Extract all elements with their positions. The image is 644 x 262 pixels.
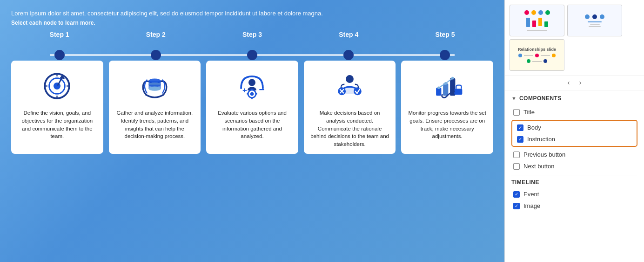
step-col-1: Step 1 (11, 31, 107, 42)
next-button-label: Next button (523, 163, 555, 170)
step-label-4: Step 4 (339, 31, 358, 38)
step-col-2: Step 2 (107, 31, 204, 42)
svg-point-33 (444, 82, 447, 85)
svg-rect-17 (252, 89, 253, 90)
lorem-text: Lorem ipsum dolor sit amet, consectetur … (11, 9, 493, 18)
thumb-nav: ‹ › (505, 76, 644, 90)
component-item-instruction[interactable]: Instruction (515, 133, 634, 145)
step-dot-3[interactable] (247, 50, 257, 60)
instruction-checkbox[interactable] (517, 136, 523, 143)
step-label-1: Step 1 (50, 31, 69, 38)
components-toggle[interactable]: ▼ (511, 96, 517, 101)
svg-text:+: + (242, 85, 247, 94)
section-divider (511, 175, 637, 175)
thumbnails-section: Relationships slide (505, 0, 644, 76)
image-checkbox[interactable] (513, 203, 520, 209)
card-text-2: Gather and analyze information. Identify… (114, 109, 195, 140)
timeline-wrapper: Step 1 Step 2 Step 3 Step 4 Step 5 (11, 31, 493, 42)
card-3[interactable]: + − Evaluate various options and scenari… (206, 61, 298, 153)
card-text-4: Make decisions based on analysis conduct… (309, 109, 390, 148)
section-header-components: ▼ COMPONENTS (511, 95, 637, 102)
component-item-next-button[interactable]: Next button (511, 160, 637, 172)
component-item-image[interactable]: Image (511, 200, 637, 212)
body-checkbox[interactable] (517, 124, 523, 131)
next-button-checkbox[interactable] (513, 163, 520, 170)
card-icon-3: + − (234, 67, 271, 104)
step-dot-2[interactable] (151, 50, 161, 60)
main-content-area: Lorem ipsum dolor sit amet, consectetur … (0, 0, 504, 262)
svg-rect-20 (255, 93, 257, 95)
step-label-2: Step 2 (146, 31, 166, 38)
dots-container (11, 50, 493, 60)
event-label: Event (523, 191, 539, 198)
step-dot-5[interactable] (440, 50, 450, 60)
timeline-dots-row (11, 49, 493, 61)
event-checkbox[interactable] (513, 191, 520, 198)
card-5[interactable]: Monitor progress towards the set goals. … (401, 61, 493, 153)
card-icon-4 (331, 67, 369, 104)
svg-point-13 (148, 86, 161, 90)
step-dot-1[interactable] (54, 50, 65, 60)
card-icon-2 (136, 67, 173, 104)
components-section: ▼ COMPONENTS Title Body Instruction Prev… (505, 90, 644, 216)
thumb-next-button[interactable]: › (577, 78, 584, 87)
svg-point-32 (437, 86, 440, 89)
select-instruction: Select each node to learn more. (11, 20, 493, 26)
title-label: Title (523, 109, 535, 116)
svg-point-14 (248, 79, 255, 86)
step-dot-4[interactable] (343, 50, 354, 60)
card-text-3: Evaluate various options and scenarios b… (212, 109, 293, 140)
components-title: COMPONENTS (519, 95, 562, 102)
prev-button-label: Previous button (523, 151, 565, 158)
svg-text:−: − (259, 83, 265, 94)
right-panel: Relationships slide ‹ › ▼ (504, 0, 644, 262)
step-label-5: Step 5 (435, 31, 455, 38)
component-item-title[interactable]: Title (511, 106, 637, 118)
title-checkbox[interactable] (513, 109, 520, 116)
step-label-3: Step 3 (242, 31, 262, 38)
component-item-prev-button[interactable]: Previous button (511, 149, 637, 160)
svg-rect-30 (443, 83, 448, 96)
card-1[interactable]: Define the vision, goals, and objectives… (11, 61, 103, 153)
svg-rect-35 (454, 89, 462, 95)
svg-point-28 (354, 87, 362, 95)
instruction-label: Instruction (527, 136, 555, 143)
thumb-prev-button[interactable]: ‹ (565, 78, 573, 87)
thumbnail-3[interactable]: Relationships slide (510, 39, 564, 71)
image-label: Image (523, 202, 540, 209)
step-col-5: Step 5 (397, 31, 493, 42)
thumbnail-2[interactable] (567, 5, 622, 36)
prev-button-checkbox[interactable] (513, 152, 520, 158)
card-2[interactable]: Gather and analyze information. Identify… (109, 61, 201, 153)
body-instruction-highlight: Body Instruction (511, 120, 637, 147)
step-col-4: Step 4 (301, 31, 397, 42)
timeline-section-title: TIMELINE (511, 179, 637, 186)
card-icon-5 (429, 67, 466, 104)
svg-point-16 (250, 92, 254, 96)
body-label: Body (527, 124, 541, 131)
cards-row: Define the vision, goals, and objectives… (11, 61, 493, 153)
svg-point-23 (346, 75, 354, 83)
card-4[interactable]: Make decisions based on analysis conduct… (304, 61, 396, 153)
svg-rect-18 (252, 97, 253, 99)
step-col-3: Step 3 (204, 31, 300, 42)
svg-rect-19 (247, 93, 249, 95)
card-icon-1 (39, 67, 76, 104)
thumbnail-1[interactable] (510, 5, 564, 36)
svg-point-34 (451, 77, 454, 80)
card-text-5: Monitor progress towards the set goals. … (407, 109, 488, 140)
component-item-body[interactable]: Body (515, 122, 634, 133)
card-text-1: Define the vision, goals, and objectives… (17, 109, 98, 140)
svg-rect-24 (344, 87, 355, 94)
component-item-event[interactable]: Event (511, 188, 637, 200)
